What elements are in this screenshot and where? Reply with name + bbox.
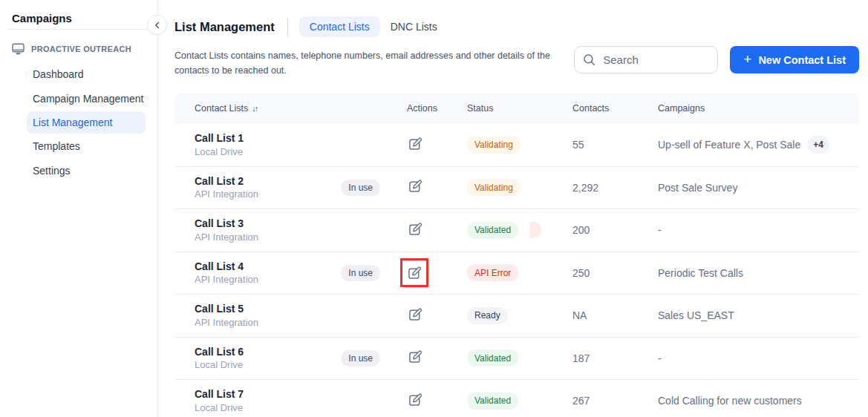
status-badge: Ready bbox=[467, 307, 508, 324]
list-name: Call List 1 bbox=[195, 131, 244, 145]
edit-list-button[interactable] bbox=[406, 265, 422, 281]
table-row: Call List 1 Local Drive Validating 55 Up… bbox=[174, 124, 859, 167]
contacts-count: 250 bbox=[572, 267, 658, 279]
table-row: Call List 4 API Integration In use API E… bbox=[174, 252, 859, 295]
edit-icon bbox=[407, 266, 422, 280]
sidebar-item-label: List Management bbox=[33, 116, 112, 128]
edit-icon bbox=[408, 137, 422, 151]
column-header-campaigns: Campaigns bbox=[658, 103, 844, 114]
in-use-badge: In use bbox=[341, 180, 380, 196]
sidebar-item-dashboard[interactable]: Dashboard bbox=[0, 62, 157, 87]
search-box bbox=[574, 46, 718, 73]
monitor-icon bbox=[12, 43, 25, 55]
title-divider bbox=[287, 18, 288, 36]
list-name: Call List 4 bbox=[195, 260, 258, 274]
status-badge: Validated bbox=[467, 222, 518, 239]
table-row: Call List 2 API Integration In use Valid… bbox=[174, 167, 859, 210]
edit-list-button[interactable] bbox=[407, 349, 423, 365]
sidebar-menu: Dashboard Campaign Management List Manag… bbox=[0, 62, 157, 183]
search-input[interactable] bbox=[574, 46, 718, 73]
sidebar: Campaigns PROACTIVE OUTREACH Dashboard C… bbox=[0, 0, 158, 417]
tab-contact-lists[interactable]: Contact Lists bbox=[299, 16, 380, 37]
campaigns-value: Periodic Test Calls bbox=[658, 267, 743, 279]
sidebar-item-label: Templates bbox=[33, 140, 80, 152]
chevron-left-icon bbox=[152, 20, 163, 30]
campaigns-value: - bbox=[658, 352, 662, 364]
edit-icon bbox=[408, 349, 422, 364]
plus-icon: + bbox=[743, 52, 751, 66]
contacts-count: 200 bbox=[572, 224, 658, 236]
sidebar-section-proactive-outreach: PROACTIVE OUTREACH bbox=[0, 42, 157, 56]
list-source: API Integration bbox=[195, 273, 258, 286]
status-badge: Validated bbox=[467, 349, 518, 367]
list-source: Local Drive bbox=[195, 145, 244, 159]
edit-icon bbox=[408, 307, 422, 322]
column-header-status: Status bbox=[467, 103, 572, 114]
new-contact-list-label: New Contact List bbox=[758, 54, 846, 66]
edit-list-button[interactable] bbox=[407, 136, 423, 152]
sidebar-item-label: Settings bbox=[33, 165, 71, 177]
sidebar-item-list-management[interactable]: List Management bbox=[27, 111, 146, 134]
sidebar-title: Campaigns bbox=[12, 12, 146, 24]
list-source: API Integration bbox=[195, 231, 258, 244]
table-header-row: Contact Lists ↓↑ Actions Status Contacts… bbox=[174, 93, 859, 124]
edit-icon bbox=[408, 393, 422, 407]
edit-list-button[interactable] bbox=[407, 306, 423, 323]
table-row: Call List 7 Local Drive Validated 267 Co… bbox=[174, 380, 859, 417]
campaigns-value: - bbox=[658, 224, 662, 236]
edit-list-button[interactable] bbox=[407, 221, 423, 237]
sidebar-item-templates[interactable]: Templates bbox=[0, 134, 157, 159]
sidebar-item-campaign-management[interactable]: Campaign Management bbox=[0, 87, 157, 111]
search-icon bbox=[583, 53, 595, 66]
campaigns-value: Cold Calling for new customers bbox=[658, 395, 802, 407]
sidebar-item-settings[interactable]: Settings bbox=[0, 159, 157, 183]
status-badge: Validating bbox=[467, 179, 521, 196]
list-source: Local Drive bbox=[195, 358, 244, 372]
new-contact-list-button[interactable]: + New Contact List bbox=[730, 46, 859, 73]
column-header-actions: Actions bbox=[407, 103, 467, 114]
contacts-count: 187 bbox=[572, 352, 658, 364]
sort-icon[interactable]: ↓↑ bbox=[252, 104, 257, 113]
sidebar-header: Campaigns bbox=[0, 0, 157, 30]
in-use-badge: In use bbox=[341, 350, 380, 367]
table-row: Call List 5 API Integration Ready NA Sal… bbox=[174, 295, 859, 338]
list-name: Call List 6 bbox=[195, 345, 244, 359]
status-badge: API Error bbox=[467, 264, 518, 281]
list-name: Call List 7 bbox=[195, 387, 244, 401]
sidebar-item-label: Dashboard bbox=[33, 68, 84, 80]
status-badge: Validated bbox=[467, 393, 518, 410]
list-name: Call List 5 bbox=[195, 302, 258, 316]
sidebar-item-label: Campaign Management bbox=[33, 93, 143, 105]
sidebar-section-label: PROACTIVE OUTREACH bbox=[31, 45, 131, 53]
contacts-count: 2,292 bbox=[572, 182, 658, 194]
list-name: Call List 2 bbox=[195, 174, 258, 188]
contacts-count: 55 bbox=[572, 139, 658, 151]
edit-list-button[interactable] bbox=[407, 392, 423, 408]
tab-dnc-lists[interactable]: DNC Lists bbox=[380, 16, 448, 37]
page-description: Contact Lists contains names, telephone … bbox=[174, 48, 575, 78]
sidebar-collapse-button[interactable] bbox=[147, 15, 167, 35]
annotation-highlight-rectangle bbox=[400, 258, 428, 287]
list-source: API Integration bbox=[195, 188, 258, 201]
campaigns-extra-badge[interactable]: +4 bbox=[807, 136, 829, 154]
list-name: Call List 3 bbox=[195, 217, 258, 231]
campaigns-value: Up-sell of Feature X, Post Sale bbox=[658, 139, 800, 151]
page-title: List Management bbox=[174, 20, 275, 34]
list-source: API Integration bbox=[195, 316, 258, 329]
campaigns-value: Sales US_EAST bbox=[658, 309, 734, 321]
campaigns-value: Post Sale Survey bbox=[658, 182, 737, 194]
table-row: Call List 6 Local Drive In use Validated… bbox=[174, 338, 859, 381]
edit-list-button[interactable] bbox=[407, 178, 423, 194]
contacts-count: 267 bbox=[572, 395, 658, 407]
table-row: Call List 3 API Integration Validated 20… bbox=[174, 209, 859, 252]
status-badge: Validating bbox=[467, 137, 521, 154]
tab-label: DNC Lists bbox=[391, 21, 437, 33]
list-source: Local Drive bbox=[195, 401, 244, 415]
column-header-contacts: Contacts bbox=[572, 103, 658, 114]
main-content: List Management Contact Lists DNC Lists … bbox=[158, 0, 868, 417]
column-header-contact-lists: Contact Lists ↓↑ bbox=[195, 103, 407, 114]
edit-icon bbox=[408, 222, 422, 237]
contacts-count: NA bbox=[572, 309, 658, 321]
tab-label: Contact Lists bbox=[310, 21, 370, 33]
topbar: List Management Contact Lists DNC Lists … bbox=[174, 16, 859, 78]
